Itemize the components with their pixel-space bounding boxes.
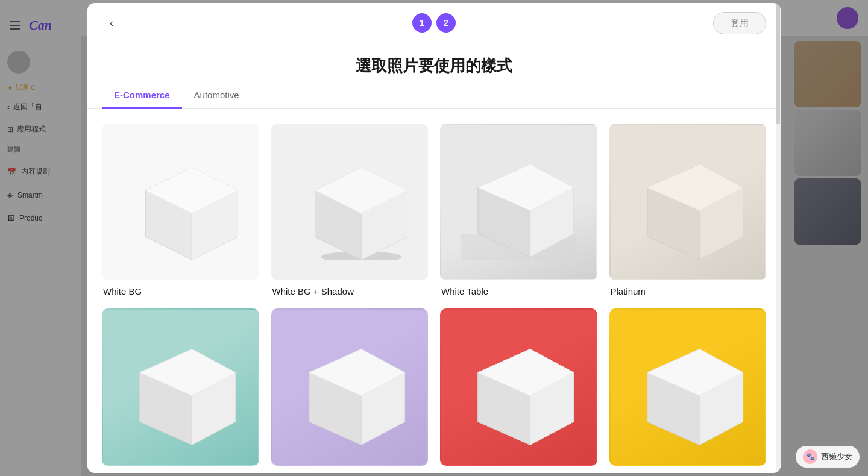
style-card-purple[interactable]: Purple: [271, 308, 429, 473]
step-1-indicator: 1: [412, 13, 432, 33]
watermark: 🐾 西獭少女: [796, 446, 860, 468]
styles-grid: White BG White BG + Shad: [102, 124, 766, 473]
step-indicators: 1 2: [412, 13, 456, 33]
cube-svg-shadow: [292, 144, 407, 260]
style-card-white-table[interactable]: White Table: [440, 124, 597, 297]
modal-tabs: E-Commerce Automotive: [87, 83, 781, 109]
style-thumb-yellow: [609, 308, 767, 466]
style-label-platinum: Platinum: [609, 286, 767, 296]
cube-svg-platinum: [630, 144, 746, 260]
style-thumb-platinum: [609, 124, 767, 281]
style-card-red[interactable]: Red: [440, 308, 597, 473]
modal-title: 選取照片要使用的樣式: [87, 55, 781, 77]
style-label-teal: Teal: [102, 472, 259, 473]
watermark-icon: 🐾: [803, 449, 817, 464]
apply-button[interactable]: 套用: [713, 12, 766, 34]
style-thumb-white-bg: [102, 124, 259, 281]
modal-body[interactable]: White BG White BG + Shad: [87, 109, 781, 473]
style-card-white-shadow[interactable]: White BG + Shadow: [271, 124, 429, 297]
style-label-white-shadow: White BG + Shadow: [271, 286, 429, 296]
style-label-white-table: White Table: [440, 286, 597, 296]
style-card-white-bg[interactable]: White BG: [102, 124, 259, 297]
cube-svg-white-bg: [122, 144, 238, 260]
style-label-red: Red: [440, 472, 597, 473]
cube-svg-table: [461, 144, 576, 260]
step-2-indicator: 2: [436, 13, 456, 33]
style-card-yellow[interactable]: Yellow: [609, 308, 767, 473]
back-chevron-icon: ‹: [110, 17, 113, 30]
style-card-teal[interactable]: Teal: [102, 308, 259, 473]
style-card-platinum[interactable]: Platinum: [609, 124, 767, 297]
cube-svg-red: [461, 329, 576, 445]
watermark-text: 西獭少女: [821, 451, 852, 462]
modal-title-section: 選取照片要使用的樣式: [87, 43, 781, 83]
modal-backdrop: × ‹ 1 2 套用 選取照片要使用的樣式 E-Commerce Automot…: [0, 0, 868, 476]
style-label-yellow: Yellow: [609, 472, 767, 473]
style-thumb-white-shadow: [271, 124, 429, 281]
style-thumb-teal: [102, 308, 259, 466]
style-thumb-red: [440, 308, 597, 466]
cube-svg-purple: [292, 329, 407, 445]
style-thumb-white-table: [440, 124, 597, 281]
style-label-white-bg: White BG: [102, 286, 259, 296]
tab-automotive[interactable]: Automotive: [182, 83, 251, 109]
back-button[interactable]: ‹: [102, 13, 121, 33]
style-label-purple: Purple: [271, 472, 429, 473]
cube-svg-teal: [122, 329, 238, 445]
modal-header: ‹ 1 2 套用: [87, 3, 781, 43]
tab-ecommerce[interactable]: E-Commerce: [102, 83, 182, 109]
cube-svg-yellow: [630, 329, 746, 445]
style-thumb-purple: [271, 308, 429, 466]
style-selection-modal: × ‹ 1 2 套用 選取照片要使用的樣式 E-Commerce Automot…: [87, 3, 781, 473]
scrollbar-thumb[interactable]: [776, 4, 780, 124]
scrollbar-track[interactable]: [776, 3, 781, 473]
